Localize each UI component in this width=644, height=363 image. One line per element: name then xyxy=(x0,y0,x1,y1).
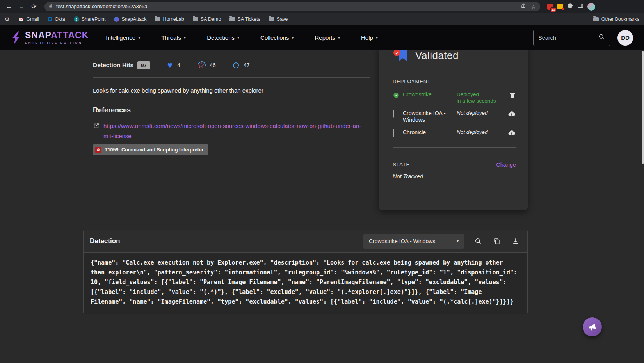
gmail-icon xyxy=(18,17,24,22)
snapattack-logo[interactable]: SNAPATTACK ENTERPRISE EDITION xyxy=(11,31,89,45)
deployment-target-name[interactable]: Crowdstrike IOA - Windows xyxy=(403,110,457,124)
deploy-cloud-upload-button[interactable] xyxy=(504,129,516,137)
circle-icon xyxy=(233,62,239,68)
bookmark-okta[interactable]: Okta xyxy=(48,16,65,22)
folder-icon xyxy=(155,17,160,21)
nav-collections[interactable]: Collections▾ xyxy=(260,34,294,41)
download-code-button[interactable] xyxy=(511,237,520,246)
bookmark-folder-sa-tickets[interactable]: SA Tickets xyxy=(229,16,260,22)
other-bookmarks[interactable]: Other Bookmarks xyxy=(593,16,639,22)
extension-badge: 15 xyxy=(550,7,556,12)
deployment-card: Validated DEPLOYMENT Crowdstrike Deploye… xyxy=(379,44,528,210)
chevron-down-icon: ▾ xyxy=(457,239,459,243)
not-deployed-radio-icon xyxy=(393,129,403,137)
chevron-down-icon: ▾ xyxy=(184,36,186,40)
nav-threats[interactable]: Threats▾ xyxy=(161,34,186,41)
deployment-target-name[interactable]: Chronicle xyxy=(403,129,457,136)
deployment-status: Not deployed xyxy=(457,129,504,136)
browser-profile-avatar[interactable] xyxy=(587,3,595,11)
deploy-cloud-upload-button[interactable] xyxy=(504,110,516,118)
bookmark-snapattack[interactable]: SnapAttack xyxy=(114,16,146,22)
detection-description: Looks for calc.exe being spawned by anyt… xyxy=(93,87,366,94)
chevron-down-icon: ▾ xyxy=(138,36,140,40)
browser-back-button[interactable]: ← xyxy=(4,2,14,12)
references-heading: References xyxy=(93,106,131,114)
bookmark-star-icon[interactable]: ☆ xyxy=(531,4,536,9)
detection-panel: Detection Crowdstrike IOA - Windows ▾ {"… xyxy=(83,230,528,314)
state-value: Not Tracked xyxy=(393,173,516,180)
detection-hits-row: Detection Hits 97 ♥ 4 ☆ 46 47 xyxy=(93,61,249,69)
bookmark-folder-save[interactable]: Save xyxy=(269,16,288,22)
chevron-down-icon: ▾ xyxy=(237,36,239,40)
validated-badge-icon xyxy=(393,48,409,62)
extension-icon-red[interactable]: 15 xyxy=(547,4,553,10)
logo-subtitle: ENTERPRISE EDITION xyxy=(25,41,89,44)
reference-row: https://www.onmsft.com/news/microsoft-op… xyxy=(93,121,362,141)
folder-icon xyxy=(229,17,235,21)
deployment-status: Deployed in a few seconds xyxy=(457,91,504,105)
bookmarks-bar: ⚙ Gmail Okta s SharePoint SnapAttack Hom… xyxy=(0,13,644,25)
browser-reload-button[interactable]: ⟳ xyxy=(29,2,39,12)
reference-link[interactable]: https://www.onmsft.com/news/microsoft-op… xyxy=(103,121,362,141)
deployment-heading: DEPLOYMENT xyxy=(393,78,516,84)
state-heading: STATE xyxy=(393,162,410,167)
deployment-row-crowdstrike: Crowdstrike Deployed in a few seconds xyxy=(393,91,516,105)
search-icon[interactable] xyxy=(598,33,605,42)
bookmark-gmail[interactable]: Gmail xyxy=(18,16,39,22)
snapattack-bolt-icon xyxy=(11,31,21,45)
views-stat[interactable]: 47 xyxy=(233,62,250,68)
likes-stat[interactable]: ♥ 4 xyxy=(167,61,180,69)
deployment-row-crowdstrike-ioa: Crowdstrike IOA - Windows Not deployed xyxy=(393,110,516,124)
deployment-status: Not deployed xyxy=(457,110,504,117)
announcements-fab[interactable] xyxy=(583,317,602,336)
change-state-link[interactable]: Change xyxy=(496,162,516,168)
attack-tag-label: T1059: Command and Scripting Interpreter xyxy=(105,147,204,153)
browser-forward-button[interactable]: → xyxy=(16,2,27,12)
bookmark-folder-homelab[interactable]: HomeLab xyxy=(155,16,184,22)
hunts-stat[interactable]: ☆ 46 xyxy=(197,61,216,69)
nav-help[interactable]: Help▾ xyxy=(361,34,378,41)
search-input[interactable] xyxy=(538,35,595,41)
nav-intelligence[interactable]: Intelligence▾ xyxy=(106,34,140,41)
megaphone-icon xyxy=(587,322,597,332)
bookmark-sharepoint[interactable]: s SharePoint xyxy=(74,16,106,22)
okta-icon xyxy=(48,17,52,21)
screen: ← → ⟳ test.snapattack.com/detection/e52a… xyxy=(0,0,644,363)
folder-icon xyxy=(593,17,599,21)
hunt-star-icon: ☆ xyxy=(197,61,205,69)
bookmarks-gear-icon[interactable]: ⚙ xyxy=(5,16,10,22)
browser-chrome: ← → ⟳ test.snapattack.com/detection/e52a… xyxy=(0,0,644,13)
external-link-icon xyxy=(93,121,100,141)
share-icon[interactable] xyxy=(520,3,527,11)
attack-technique-icon: & xyxy=(95,147,101,153)
likes-count: 4 xyxy=(177,62,180,68)
nav-reports[interactable]: Reports▾ xyxy=(315,34,340,41)
copy-code-button[interactable] xyxy=(492,237,502,246)
extension-icon-yellow[interactable] xyxy=(557,4,563,9)
page-scrollbar[interactable] xyxy=(642,51,644,164)
detection-hits-count-badge: 97 xyxy=(137,61,150,69)
deployment-target-name[interactable]: Crowdstrike xyxy=(403,91,457,98)
heart-icon: ♥ xyxy=(167,61,173,69)
user-avatar[interactable]: DD xyxy=(617,30,633,46)
detection-panel-header: Detection Crowdstrike IOA - Windows ▾ xyxy=(84,230,527,253)
detection-language-select[interactable]: Crowdstrike IOA - Windows ▾ xyxy=(363,234,464,249)
detection-hits-label: Detection Hits xyxy=(93,62,133,69)
chevron-down-icon: ▾ xyxy=(292,36,294,40)
views-count: 47 xyxy=(244,62,250,68)
deployment-row-chronicle: Chronicle Not deployed xyxy=(393,129,516,137)
mitre-attack-tag[interactable]: & T1059: Command and Scripting Interpret… xyxy=(93,144,208,155)
extension-cluster: 15 xyxy=(547,3,595,11)
bookmark-folder-sa-demo[interactable]: SA Demo xyxy=(193,16,221,22)
undeploy-trash-button[interactable] xyxy=(504,91,516,99)
side-panel-icon[interactable] xyxy=(577,3,584,11)
address-bar[interactable]: test.snapattack.com/detection/e52a3e5a ☆ xyxy=(44,2,540,11)
code-search-button[interactable] xyxy=(473,237,483,246)
logo-wordmark: SNAPATTACK xyxy=(25,30,89,40)
detection-code-area[interactable]: {"name": "Calc.exe execution not by Expl… xyxy=(84,253,527,314)
puzzle-icon[interactable] xyxy=(567,3,573,11)
nav-detections[interactable]: Detections▾ xyxy=(207,34,239,41)
chevron-down-icon: ▾ xyxy=(376,36,378,40)
secure-lock-icon xyxy=(48,3,53,10)
not-deployed-radio-icon xyxy=(393,110,403,117)
